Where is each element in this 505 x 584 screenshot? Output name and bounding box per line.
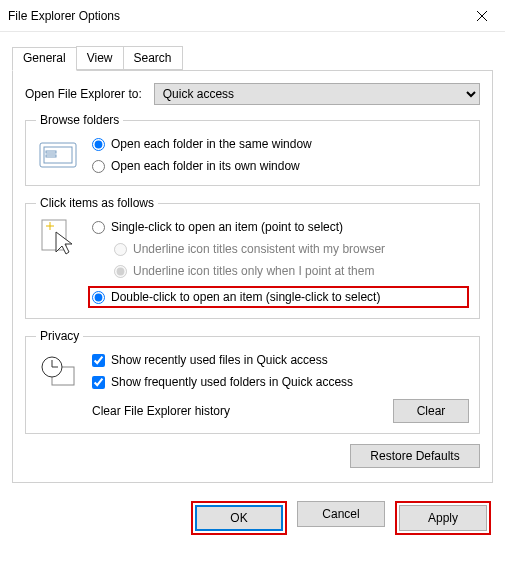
ok-highlight: OK	[191, 501, 287, 535]
apply-highlight: Apply	[395, 501, 491, 535]
radio-label: Open each folder in the same window	[111, 137, 312, 151]
privacy-legend: Privacy	[36, 329, 83, 343]
dialog-footer: OK Cancel Apply	[0, 491, 505, 545]
double-click-radio[interactable]: Double-click to open an item (single-cli…	[88, 286, 469, 308]
browse-same-window-radio[interactable]: Open each folder in the same window	[92, 135, 469, 153]
tab-search[interactable]: Search	[123, 46, 183, 70]
history-icon	[36, 351, 80, 391]
dialog-content: General View Search Open File Explorer t…	[0, 32, 505, 491]
tab-strip: General View Search	[12, 46, 493, 70]
close-button[interactable]	[459, 0, 505, 32]
open-to-label: Open File Explorer to:	[25, 87, 142, 101]
radio-label: Underline icon titles only when I point …	[133, 264, 374, 278]
tab-general[interactable]: General	[12, 47, 77, 71]
svg-rect-5	[46, 155, 56, 157]
cancel-button[interactable]: Cancel	[297, 501, 385, 527]
browse-folders-legend: Browse folders	[36, 113, 123, 127]
svg-rect-4	[46, 151, 56, 153]
click-items-legend: Click items as follows	[36, 196, 158, 210]
show-recent-files-check[interactable]: Show recently used files in Quick access	[92, 351, 469, 369]
window-title: File Explorer Options	[8, 9, 459, 23]
ok-button[interactable]: OK	[195, 505, 283, 531]
privacy-group: Privacy Show recently used files in Quic…	[25, 329, 480, 434]
tab-view[interactable]: View	[76, 46, 124, 70]
browse-own-window-radio[interactable]: Open each folder in its own window	[92, 157, 469, 175]
titlebar: File Explorer Options	[0, 0, 505, 32]
check-label: Show recently used files in Quick access	[111, 353, 328, 367]
radio-label: Underline icon titles consistent with my…	[133, 242, 385, 256]
radio-label: Open each folder in its own window	[111, 159, 300, 173]
underline-consistent-radio: Underline icon titles consistent with my…	[114, 240, 469, 258]
show-frequent-folders-check[interactable]: Show frequently used folders in Quick ac…	[92, 373, 469, 391]
tab-panel-general: Open File Explorer to: Quick access Brow…	[12, 70, 493, 483]
browse-folders-group: Browse folders Open each folder in the s…	[25, 113, 480, 186]
radio-label: Double-click to open an item (single-cli…	[111, 290, 380, 304]
check-label: Show frequently used folders in Quick ac…	[111, 375, 353, 389]
radio-label: Single-click to open an item (point to s…	[111, 220, 343, 234]
single-click-radio[interactable]: Single-click to open an item (point to s…	[92, 218, 469, 236]
close-icon	[477, 11, 487, 21]
restore-defaults-button[interactable]: Restore Defaults	[350, 444, 480, 468]
open-to-row: Open File Explorer to: Quick access	[25, 83, 480, 105]
folder-icon	[36, 135, 80, 175]
clear-history-label: Clear File Explorer history	[92, 404, 230, 418]
apply-button[interactable]: Apply	[399, 505, 487, 531]
clear-button[interactable]: Clear	[393, 399, 469, 423]
underline-point-radio: Underline icon titles only when I point …	[114, 262, 469, 280]
cursor-icon	[36, 218, 80, 258]
click-items-group: Click items as follows Single-click to o…	[25, 196, 480, 319]
open-to-select[interactable]: Quick access	[154, 83, 480, 105]
